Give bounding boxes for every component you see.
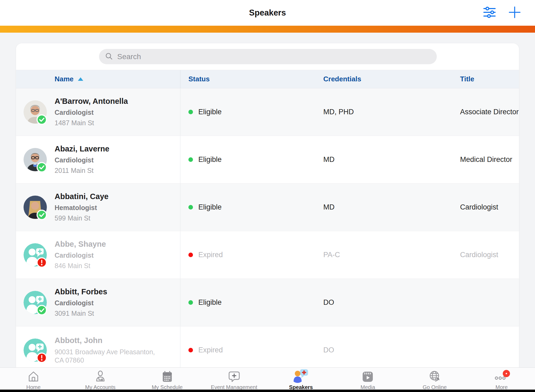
tab-home[interactable]: Home xyxy=(0,368,67,392)
expired-alert-badge-icon xyxy=(36,257,47,268)
eligible-check-badge-icon xyxy=(36,114,47,125)
speaker-name: Abbitt, Forbes xyxy=(55,287,107,296)
name-cell: Abbitt, Forbes Cardiologist 3091 Main St xyxy=(16,279,180,326)
speaker-name: Abbe, Shayne xyxy=(55,240,106,249)
name-cell: Abbott, John 90031 Broadway Ave Pleasant… xyxy=(16,326,180,374)
table-header: Name Status Credentials Title xyxy=(16,70,519,88)
search-input[interactable] xyxy=(117,52,431,61)
credentials-cell: MD xyxy=(315,184,452,231)
filter-sliders-icon xyxy=(483,6,496,19)
status-dot-eligible xyxy=(188,110,193,114)
tab-go-online[interactable]: Go Online xyxy=(401,368,468,392)
person-text: A'Barrow, Antonella Cardiologist 1487 Ma… xyxy=(55,97,128,127)
sort-ascending-icon xyxy=(78,77,83,81)
status-cell: Expired xyxy=(180,231,315,279)
media-player-icon xyxy=(361,370,374,383)
credentials-cell: DO xyxy=(315,279,452,326)
chat-bubble-plus-icon xyxy=(228,370,241,383)
eligible-check-badge-icon xyxy=(36,305,47,315)
status-cell: Eligible xyxy=(180,184,315,231)
search-icon xyxy=(105,52,113,61)
top-navbar: Speakers xyxy=(0,0,535,26)
column-header-credentials[interactable]: Credentials xyxy=(315,75,452,83)
nav-actions xyxy=(483,0,521,26)
speaker-name: Abazi, Laverne xyxy=(55,144,109,153)
eligible-check-badge-icon xyxy=(36,210,47,220)
speaker-specialty: Cardiologist xyxy=(55,299,107,307)
tab-speakers[interactable]: Speakers xyxy=(268,368,335,392)
name-cell: A'Barrow, Antonella Cardiologist 1487 Ma… xyxy=(16,88,180,136)
tab-my-schedule[interactable]: My Schedule xyxy=(134,368,201,392)
status-label: Eligible xyxy=(198,155,222,164)
status-label: Expired xyxy=(198,346,223,354)
speaker-name: Abbatini, Caye xyxy=(55,192,108,201)
status-dot-eligible xyxy=(188,205,193,210)
table-row[interactable]: Abbitt, Forbes Cardiologist 3091 Main St… xyxy=(16,279,519,326)
speaker-specialty: Hematologist xyxy=(55,204,108,212)
title-cell: Cardiologist xyxy=(452,231,519,279)
expired-alert-badge-icon xyxy=(36,352,47,363)
speaker-name: A'Barrow, Antonella xyxy=(55,97,128,106)
doctor-person-icon xyxy=(94,370,107,383)
search-row xyxy=(16,43,519,70)
title-cell: Cardiologist xyxy=(452,184,519,231)
table-row[interactable]: Abbatini, Caye Hematologist 599 Main St … xyxy=(16,184,519,231)
status-label: Expired xyxy=(198,251,223,259)
table-row[interactable]: Abazi, Laverne Cardiologist 2011 Main St… xyxy=(16,136,519,184)
column-header-name-label: Name xyxy=(55,75,74,83)
name-cell: Abazi, Laverne Cardiologist 2011 Main St xyxy=(16,136,180,183)
globe-arrow-icon xyxy=(428,370,441,383)
name-cell: Abbe, Shayne Cardiologist 846 Main St xyxy=(16,231,180,279)
status-cell: Eligible xyxy=(180,279,315,326)
title-cell: Medical Director xyxy=(452,136,519,183)
speaker-address: 2011 Main St xyxy=(55,166,109,175)
status-dot-eligible xyxy=(188,300,193,305)
speakers-list-card: Name Status Credentials Title xyxy=(16,43,519,392)
column-header-status[interactable]: Status xyxy=(180,75,315,83)
table-row[interactable]: Abbott, John 90031 Broadway Ave Pleasant… xyxy=(16,326,519,374)
person-text: Abazi, Laverne Cardiologist 2011 Main St xyxy=(55,144,109,175)
page-title: Speakers xyxy=(0,0,535,26)
eligible-check-badge-icon xyxy=(36,162,47,173)
status-dot-eligible xyxy=(188,157,193,162)
status-cell: Expired xyxy=(180,326,315,374)
speaker-address: 1487 Main St xyxy=(55,119,128,127)
status-dot-expired xyxy=(188,253,193,257)
home-icon xyxy=(27,370,40,383)
status-label: Eligible xyxy=(198,298,222,307)
brand-accent-bar xyxy=(0,26,535,33)
speaker-address: 599 Main St xyxy=(55,214,108,222)
tab-more[interactable]: More xyxy=(468,368,535,392)
speaker-address: 846 Main St xyxy=(55,262,106,270)
column-header-title[interactable]: Title xyxy=(452,75,519,83)
speaker-specialty: Cardiologist xyxy=(55,109,128,116)
filter-button[interactable] xyxy=(483,6,496,19)
tab-event-management[interactable]: Event Management xyxy=(201,368,268,392)
person-text: Abbatini, Caye Hematologist 599 Main St xyxy=(55,192,108,222)
table-row[interactable]: Abbe, Shayne Cardiologist 846 Main St Ex… xyxy=(16,231,519,279)
table-row[interactable]: A'Barrow, Antonella Cardiologist 1487 Ma… xyxy=(16,88,519,136)
speaker-specialty: Cardiologist xyxy=(55,156,109,164)
status-label: Eligible xyxy=(198,203,222,211)
status-label: Eligible xyxy=(198,108,222,116)
title-cell xyxy=(452,326,519,374)
credentials-cell: MD, PHD xyxy=(315,88,452,136)
person-text: Abbe, Shayne Cardiologist 846 Main St xyxy=(55,240,106,270)
speaker-person-icon xyxy=(293,370,308,383)
calendar-icon xyxy=(161,370,174,383)
credentials-cell: MD xyxy=(315,136,452,183)
ellipsis-icon xyxy=(493,370,510,383)
speaker-address: 3091 Main St xyxy=(55,309,107,318)
tab-media[interactable]: Media xyxy=(334,368,401,392)
column-header-name[interactable]: Name xyxy=(16,70,180,88)
add-speaker-button[interactable] xyxy=(508,6,521,19)
speaker-name: Abbott, John xyxy=(55,336,159,345)
name-cell: Abbatini, Caye Hematologist 599 Main St xyxy=(16,184,180,231)
search-box[interactable] xyxy=(99,49,437,64)
credentials-cell: PA-C xyxy=(315,231,452,279)
status-cell: Eligible xyxy=(180,136,315,183)
status-dot-expired xyxy=(188,348,193,352)
tab-my-accounts[interactable]: My Accounts xyxy=(67,368,134,392)
bottom-tab-bar: Home My Accounts xyxy=(0,367,535,392)
title-cell: Associate Director xyxy=(452,88,519,136)
